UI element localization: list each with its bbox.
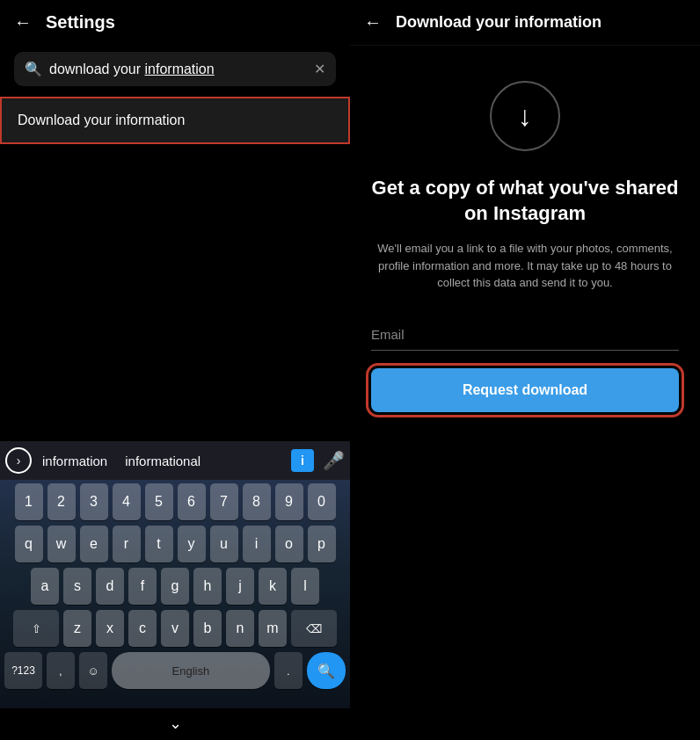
key-h[interactable]: h	[193, 568, 222, 605]
key-row-asdf: a s d f g h j k l	[2, 568, 348, 605]
back-button-right[interactable]: ←	[364, 12, 382, 33]
key-m[interactable]: m	[259, 610, 287, 647]
main-heading: Get a copy of what you've shared on Inst…	[371, 176, 679, 226]
key-r[interactable]: r	[113, 526, 141, 562]
key-6[interactable]: 6	[178, 483, 206, 520]
key-w[interactable]: w	[47, 526, 76, 562]
key-5[interactable]: 5	[145, 483, 173, 520]
sub-description: We'll email you a link to a file with yo…	[371, 240, 679, 292]
key-p[interactable]: p	[308, 526, 336, 562]
keyboard: › information informational i 🎤 1 2 3 4 …	[0, 441, 350, 740]
key-o[interactable]: o	[275, 526, 303, 562]
suggestion-word-2[interactable]: informational	[118, 453, 208, 468]
right-panel: ← Download your information ↓ Get a copy…	[350, 0, 700, 740]
key-7[interactable]: 7	[210, 483, 238, 520]
key-3[interactable]: 3	[80, 483, 108, 520]
key-shift[interactable]: ⇧	[13, 610, 59, 647]
key-v[interactable]: v	[161, 610, 189, 647]
suggestion-word-1[interactable]: information	[35, 453, 114, 468]
left-header: ← Settings	[0, 0, 350, 45]
download-icon-circle: ↓	[490, 81, 560, 151]
email-label: Email	[371, 327, 405, 342]
key-x[interactable]: x	[96, 610, 124, 647]
back-button-left[interactable]: ←	[14, 12, 32, 33]
key-period[interactable]: .	[274, 652, 303, 689]
key-a[interactable]: a	[31, 568, 59, 605]
key-emoji[interactable]: ☺	[79, 652, 107, 689]
search-input-text: download your information	[49, 62, 307, 77]
key-e[interactable]: e	[80, 526, 108, 562]
search-result-item[interactable]: Download your information	[0, 97, 350, 144]
clear-search-icon[interactable]: ✕	[314, 61, 325, 77]
keyboard-hide-icon[interactable]: ⌄	[169, 714, 182, 733]
key-f[interactable]: f	[128, 568, 157, 605]
microphone-icon[interactable]: 🎤	[323, 450, 345, 471]
key-j[interactable]: j	[226, 568, 254, 605]
key-l[interactable]: l	[291, 568, 319, 605]
key-num-switch[interactable]: ?123	[4, 652, 42, 689]
download-arrow-icon: ↓	[518, 100, 532, 133]
key-d[interactable]: d	[96, 568, 124, 605]
key-t[interactable]: t	[145, 526, 173, 562]
key-n[interactable]: n	[226, 610, 254, 647]
suggestion-expand-icon[interactable]: ›	[5, 447, 32, 474]
right-content: ↓ Get a copy of what you've shared on In…	[350, 46, 700, 740]
key-backspace[interactable]: ⌫	[291, 610, 337, 647]
keyboard-bottom-bar: ⌄	[0, 708, 350, 740]
search-result-label: Download your information	[18, 112, 185, 127]
key-y[interactable]: y	[178, 526, 206, 562]
suggestion-info-icon[interactable]: i	[291, 449, 314, 472]
key-row-zxcv: ⇧ z x c v b n m ⌫	[2, 610, 348, 647]
key-8[interactable]: 8	[243, 483, 271, 520]
search-bar[interactable]: 🔍 download your information ✕	[14, 52, 336, 86]
key-2[interactable]: 2	[47, 483, 76, 520]
key-9[interactable]: 9	[275, 483, 303, 520]
key-comma[interactable]: ,	[47, 652, 75, 689]
email-field-wrapper[interactable]: Email	[371, 320, 679, 351]
key-i[interactable]: i	[243, 526, 271, 562]
key-c[interactable]: c	[128, 610, 157, 647]
key-space[interactable]: English	[112, 652, 270, 689]
keyboard-suggestions-bar: › information informational i 🎤	[0, 441, 350, 480]
key-g[interactable]: g	[161, 568, 189, 605]
key-u[interactable]: u	[210, 526, 238, 562]
key-row-bottom: ?123 , ☺ English . 🔍	[2, 652, 348, 689]
right-header: ← Download your information	[350, 0, 700, 46]
keyboard-keys: 1 2 3 4 5 6 7 8 9 0 q w e r t	[0, 480, 350, 698]
key-z[interactable]: z	[63, 610, 91, 647]
request-download-button[interactable]: Request download	[371, 368, 679, 412]
keyboard-keys-area: 1 2 3 4 5 6 7 8 9 0 q w e r t	[0, 480, 350, 708]
search-icon: 🔍	[25, 61, 42, 77]
key-row-numbers: 1 2 3 4 5 6 7 8 9 0	[2, 483, 348, 520]
key-search[interactable]: 🔍	[307, 652, 346, 689]
left-panel: ← Settings 🔍 download your information ✕…	[0, 0, 350, 740]
key-k[interactable]: k	[259, 568, 287, 605]
key-row-qwerty: q w e r t y u i o p	[2, 526, 348, 562]
key-q[interactable]: q	[15, 526, 43, 562]
key-b[interactable]: b	[193, 610, 222, 647]
key-4[interactable]: 4	[113, 483, 141, 520]
key-1[interactable]: 1	[15, 483, 43, 520]
page-title: Download your information	[396, 13, 602, 32]
key-0[interactable]: 0	[308, 483, 336, 520]
settings-title: Settings	[46, 12, 115, 33]
key-s[interactable]: s	[63, 568, 91, 605]
